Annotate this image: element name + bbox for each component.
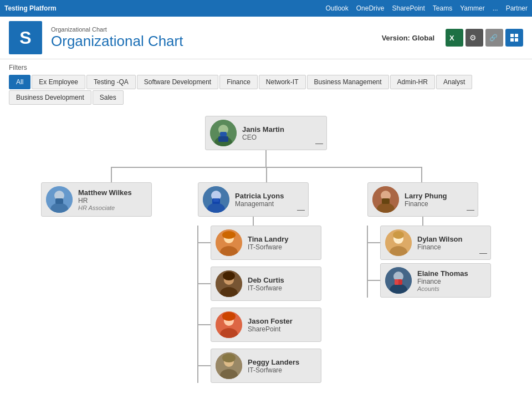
expand-dylan[interactable]: — [479, 248, 487, 257]
branch-matthew: Matthew Wilkes HR HR Associate [41, 182, 152, 217]
card-patricia[interactable]: Patricia Lyons Managemant — [198, 182, 309, 217]
avatar-dylan [385, 229, 412, 256]
dept-peggy: IT-Sorfware [248, 366, 316, 374]
svg-rect-15 [55, 198, 63, 204]
app-name: Testing Platform [4, 4, 325, 12]
name-elaine: Elaine Thomas [417, 269, 486, 278]
root-node: Janis Martin CEO — [205, 116, 327, 167]
filter-tab-finance[interactable]: Finance [219, 75, 258, 89]
nav-sharepoint[interactable]: SharePoint [392, 4, 424, 12]
name-jason: Jason Foster [248, 317, 316, 325]
dylan-h-line [368, 242, 380, 243]
info-jason: Jason Foster SharePoint [248, 317, 316, 333]
nav-yammer[interactable]: Yammer [460, 4, 484, 12]
filter-tab-biz-dev[interactable]: Business Development [9, 90, 91, 105]
dept-deb: IT-Sorfware [248, 284, 316, 292]
nav-onedrive[interactable]: OneDrive [356, 4, 385, 12]
filter-label: Filters [9, 64, 523, 71]
card-peggy[interactable]: Peggy Landers IT-Sorfware [211, 349, 321, 383]
peggy-row: Peggy Landers IT-Sorfware [198, 349, 321, 383]
larry-line-down [422, 217, 423, 226]
filter-tab-sales[interactable]: Sales [93, 90, 124, 105]
drop-right [421, 167, 422, 182]
svg-text:⚙: ⚙ [469, 33, 477, 42]
version-label: Version: Global [382, 34, 434, 42]
dept-matthew: HR [78, 197, 147, 204]
card-dylan[interactable]: Dylan Wilson Finance — [380, 226, 491, 260]
info-patricia: Patricia Lyons Managemant [235, 192, 304, 208]
nav-partner[interactable]: Partner [506, 4, 528, 12]
svg-point-32 [222, 312, 236, 321]
version-info: Version: Global [382, 34, 439, 42]
filter-tabs: All Ex Employee Testing -QA Software Dev… [9, 75, 523, 105]
info-larry: Larry Phung Finance [405, 192, 473, 208]
branch-patricia: Patricia Lyons Managemant — [185, 182, 321, 383]
branch-larry: Larry Phung Finance — [355, 182, 491, 298]
jason-h-line [198, 324, 211, 325]
filter-tab-software-dev[interactable]: Software Development [137, 75, 218, 89]
dylan-row: Dylan Wilson Finance — [368, 226, 491, 260]
card-janis[interactable]: Janis Martin CEO — [205, 116, 327, 150]
avatar-peggy [216, 352, 242, 379]
header-subtitle: Organizational Chart [51, 26, 382, 33]
card-jason[interactable]: Jason Foster SharePoint [211, 308, 321, 342]
svg-rect-10 [220, 132, 227, 136]
svg-text:🔗: 🔗 [489, 33, 498, 42]
dept-dylan: Finance [417, 243, 486, 251]
filter-tab-business-mgmt[interactable]: Business Management [307, 75, 389, 89]
line-root-down [265, 150, 267, 167]
avatar-larry [372, 186, 399, 213]
avatar-jason [216, 311, 242, 338]
link-button[interactable]: 🔗 [485, 29, 503, 47]
svg-rect-4 [515, 34, 518, 37]
filter-tab-network-it[interactable]: Network-IT [259, 75, 306, 89]
info-elaine: Elaine Thomas Finance Acounts [417, 269, 486, 292]
info-tina: Tina Landry IT-Sorfware [248, 235, 316, 251]
version-value: Global [412, 34, 434, 42]
excel-button[interactable]: X [446, 29, 463, 47]
gear-button[interactable]: ⚙ [466, 29, 483, 47]
top-nav: Testing Platform Outlook OneDrive ShareP… [0, 0, 532, 17]
info-deb: Deb Curtis IT-Sorfware [248, 276, 316, 292]
card-deb[interactable]: Deb Curtis IT-Sorfware [211, 267, 321, 301]
larry-children-container: Dylan Wilson Finance — [355, 226, 491, 298]
svg-rect-3 [510, 34, 514, 37]
filter-tab-ex-employee[interactable]: Ex Employee [32, 75, 85, 89]
dept-janis: CEO [242, 134, 322, 141]
grid-button[interactable] [505, 29, 523, 47]
dept-tina: IT-Sorfware [248, 243, 316, 251]
nav-teams[interactable]: Teams [433, 4, 452, 12]
header-title-block: Organizational Chart Organizational Char… [51, 26, 382, 50]
org-chart: Janis Martin CEO — [9, 116, 523, 383]
filter-tab-analyst[interactable]: Analyst [436, 75, 472, 89]
card-elaine[interactable]: Elaine Thomas Finance Acounts [380, 263, 491, 298]
filter-tab-testing-qa[interactable]: Testing -QA [86, 75, 136, 89]
name-tina: Tina Landry [248, 235, 316, 243]
deb-row: Deb Curtis IT-Sorfware [198, 267, 321, 301]
filter-tab-all[interactable]: All [9, 75, 30, 89]
avatar-tina [216, 229, 242, 256]
card-tina[interactable]: Tina Landry IT-Sorfware [211, 226, 321, 260]
svg-rect-49 [395, 279, 398, 285]
dept-larry: Finance [405, 200, 473, 208]
svg-point-24 [222, 231, 236, 239]
card-larry[interactable]: Larry Phung Finance — [367, 182, 478, 217]
expand-janis[interactable]: — [315, 139, 323, 147]
chart-area: Janis Martin CEO — [0, 105, 532, 394]
info-janis: Janis Martin CEO [242, 125, 322, 141]
nav-more[interactable]: ... [493, 4, 498, 12]
expand-larry[interactable]: — [467, 205, 474, 214]
drop-center [266, 167, 267, 182]
role-matthew: HR Associate [78, 204, 147, 211]
info-matthew: Matthew Wilkes HR HR Associate [78, 188, 147, 211]
name-peggy: Peggy Landers [248, 358, 316, 366]
app-logo: S [9, 21, 42, 54]
page-title: Organizational Chart [51, 33, 382, 50]
filter-tab-admin-hr[interactable]: Admin-HR [390, 75, 435, 89]
patricia-vert-bar [197, 226, 198, 383]
avatar-patricia [203, 186, 229, 213]
card-matthew[interactable]: Matthew Wilkes HR HR Associate [41, 182, 152, 217]
nav-outlook[interactable]: Outlook [325, 4, 348, 12]
name-dylan: Dylan Wilson [417, 235, 486, 243]
expand-patricia[interactable]: — [297, 205, 305, 214]
